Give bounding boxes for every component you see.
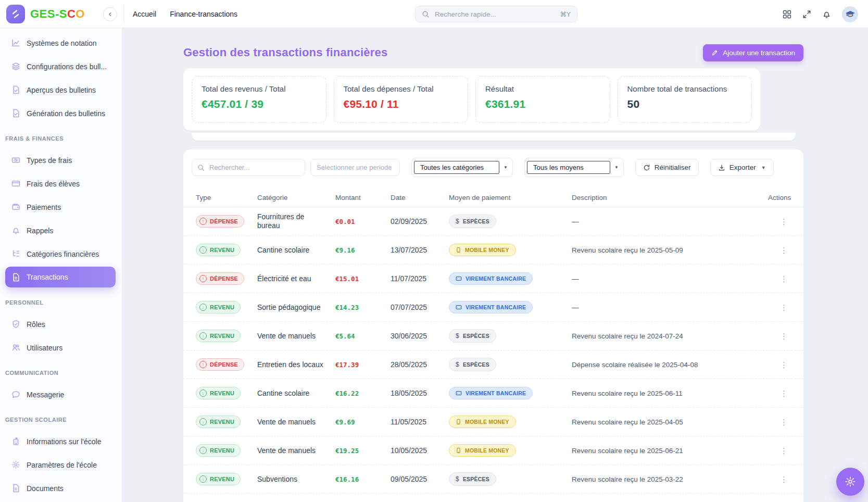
table-row: ↑↓ REVENU Sortie pédagogique €14.23 07/0…	[183, 293, 803, 322]
description-cell: Revenu scolaire reçu le 2025-06-11	[572, 390, 768, 397]
dollar-icon: $	[456, 361, 459, 368]
table-row: ↑↓ DÉPENSE Fournitures de bureau €0.01 0…	[183, 207, 803, 236]
arrow-left-icon	[107, 11, 114, 18]
user-avatar[interactable]	[842, 6, 858, 22]
category-select[interactable]: Toutes les catégories	[414, 161, 499, 174]
apps-grid-button[interactable]	[783, 10, 791, 19]
sidebar-item-messagerie[interactable]: Messagerie	[0, 383, 122, 406]
category-cell: Vente de manuels	[257, 418, 335, 426]
payment-cell: $ MOBILE MONEY	[449, 416, 572, 428]
type-arrow-icon: ↑↓	[199, 275, 207, 282]
sidebar: Systèmes de notation Configurations des …	[0, 28, 122, 502]
grid-icon	[783, 10, 791, 19]
description-cell: Dépense scolaire réalisée le 2025-04-08	[572, 361, 768, 369]
table-search[interactable]	[192, 159, 305, 176]
sidebar-item-configurations-des-bulletins[interactable]: Configurations des bull...	[0, 55, 122, 78]
payment-means-filter[interactable]: Tous les moyens ▼	[524, 158, 624, 177]
date-cell: 02/09/2025	[391, 217, 449, 225]
category-cell: Cantine scolaire	[257, 389, 335, 398]
sidebar-collapse-button[interactable]	[103, 7, 117, 21]
row-actions-button[interactable]: ⋮	[777, 303, 791, 312]
amount-cell: €16.22	[335, 390, 391, 397]
means-select[interactable]: Tous les moyens	[527, 161, 610, 174]
category-cell: Sortie pédagogique	[257, 303, 335, 312]
payment-badge: $ MOBILE MONEY	[449, 416, 516, 428]
fullscreen-button[interactable]	[802, 10, 811, 19]
line-chart-icon	[11, 39, 20, 47]
dollar-icon: $	[456, 218, 459, 225]
payment-cell: $ MOBILE MONEY	[449, 244, 572, 256]
chat-bubble-icon	[11, 390, 20, 399]
sidebar-item-roles[interactable]: Rôles	[0, 312, 122, 336]
sidebar-item-rappels[interactable]: Rappels	[0, 219, 122, 242]
type-badge: ↑↓ REVENU	[196, 387, 241, 399]
sidebar-item-types-de-frais[interactable]: Types de frais	[0, 148, 122, 172]
sidebar-item-categories-financieres[interactable]: Catégories financières	[0, 242, 122, 266]
column-categorie: Catégorie	[257, 194, 335, 202]
chevron-down-icon: ▼	[761, 165, 766, 170]
nav-accueil[interactable]: Accueil	[133, 10, 156, 18]
row-actions-button[interactable]: ⋮	[777, 474, 791, 484]
payment-cell: $ ESPÈCES	[449, 215, 572, 228]
row-actions-button[interactable]: ⋮	[777, 245, 791, 255]
category-cell: Électricité et eau	[257, 274, 335, 283]
table-row: ↑↓ REVENU Cantine scolaire €16.22 18/05/…	[183, 379, 803, 408]
actions-cell: ⋮	[768, 245, 791, 255]
category-filter[interactable]: Toutes les catégories ▼	[411, 158, 513, 177]
filter-bar: Toutes les catégories ▼ Tous les moyens …	[183, 158, 803, 177]
mobile-phone-icon	[456, 247, 461, 253]
sidebar-item-documents[interactable]: Documents	[0, 476, 122, 500]
mobile-phone-icon	[456, 419, 461, 425]
search-input[interactable]	[434, 10, 556, 19]
type-badge: ↑↓ REVENU	[196, 444, 241, 457]
sidebar-item-informations-ecole[interactable]: Informations sur l'école	[0, 430, 122, 453]
row-actions-button[interactable]: ⋮	[777, 217, 791, 227]
table-row: ↑↓ REVENU Vente de manuels €19.25 10/05/…	[183, 436, 803, 465]
type-badge: ↑↓ REVENU	[196, 330, 241, 342]
table-row: ↑↓ REVENU Cantine scolaire €9.16 13/07/2…	[183, 236, 803, 265]
reset-filters-button[interactable]: Réinitialiser	[635, 159, 699, 176]
nav-finance-transactions[interactable]: Finance-transactions	[170, 10, 237, 18]
breadcrumb-nav: Accueil Finance-transactions	[133, 0, 237, 28]
sidebar-item-utilisateurs[interactable]: Utilisateurs	[0, 336, 122, 359]
actions-cell: ⋮	[768, 217, 791, 227]
row-actions-button[interactable]: ⋮	[777, 417, 791, 427]
export-button[interactable]: Exporter ▼	[710, 159, 774, 176]
sidebar-item-parametres-ecole[interactable]: Paramètres de l'école	[0, 453, 122, 476]
graduation-cap-icon	[845, 8, 856, 20]
shield-check-icon	[11, 320, 20, 329]
type-arrow-icon: ↑↓	[199, 361, 207, 368]
sidebar-item-paiements[interactable]: Paiements	[0, 195, 122, 219]
payment-cell: $ ESPÈCES	[449, 472, 572, 486]
bell-icon	[11, 226, 20, 235]
type-badge: ↑↓ DÉPENSE	[196, 272, 244, 285]
sidebar-item-generation-des-bulletins[interactable]: Génération des bulletins	[0, 102, 122, 125]
actions-cell: ⋮	[768, 417, 791, 427]
period-input[interactable]	[310, 159, 400, 176]
sidebar-item-transactions[interactable]: Transactions	[5, 267, 116, 287]
row-actions-button[interactable]: ⋮	[777, 446, 791, 456]
type-arrow-icon: ↑↓	[199, 475, 207, 483]
notifications-button[interactable]	[822, 10, 831, 19]
table-row: ↑↓ DÉPENSE Électricité et eau €15.01 11/…	[183, 265, 803, 293]
global-search[interactable]: ⌘Y	[415, 6, 577, 22]
sidebar-item-systemes-de-notation[interactable]: Systèmes de notation	[0, 31, 122, 55]
add-transaction-button[interactable]: Ajouter une transaction	[703, 44, 803, 61]
type-arrow-icon: ↑↓	[199, 218, 207, 225]
type-arrow-icon: ↑↓	[199, 304, 207, 311]
type-arrow-icon: ↑↓	[199, 390, 207, 397]
app-logo[interactable]: GES-SCO	[6, 5, 85, 23]
row-actions-button[interactable]: ⋮	[777, 331, 791, 341]
type-badge: ↑↓ DÉPENSE	[196, 215, 244, 228]
app-header: GES-SCO Accueil Finance-transactions ⌘Y	[0, 0, 868, 28]
sidebar-item-apercus-des-bulletins[interactable]: Aperçus des bulletins	[0, 78, 122, 102]
table-search-input[interactable]	[208, 163, 299, 172]
type-cell: ↑↓ REVENU	[196, 387, 257, 399]
file-text-icon	[11, 273, 20, 282]
settings-fab[interactable]	[836, 468, 864, 496]
sidebar-item-frais-des-eleves[interactable]: Frais des élèves	[0, 172, 122, 195]
search-icon	[422, 10, 430, 18]
row-actions-button[interactable]: ⋮	[777, 274, 791, 284]
row-actions-button[interactable]: ⋮	[777, 388, 791, 398]
row-actions-button[interactable]: ⋮	[777, 360, 791, 370]
